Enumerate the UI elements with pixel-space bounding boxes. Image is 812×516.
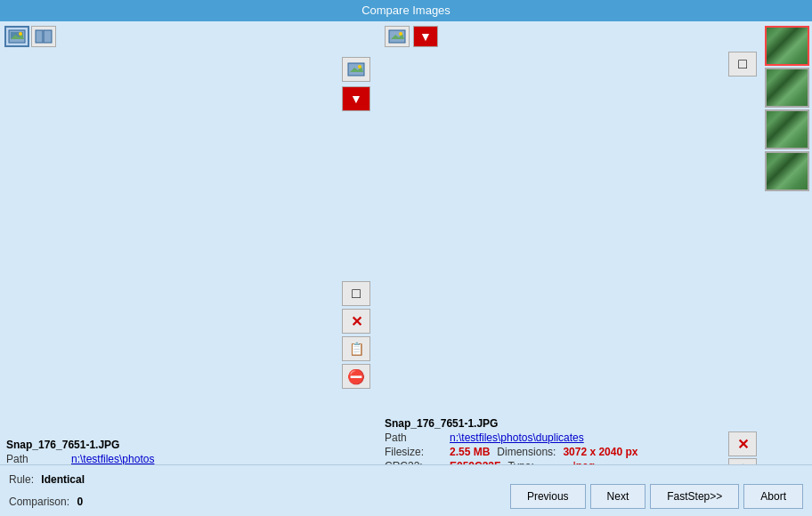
right-path-row: Path n:\testfiles\photos\duplicates: [385, 431, 724, 444]
center-restore-left-btn[interactable]: □: [342, 281, 370, 306]
abort-button[interactable]: Abort: [743, 484, 803, 509]
center-controls: ▼ □ ✕ 📋 ⛔: [329, 21, 383, 516]
left-view-btn1[interactable]: [4, 26, 29, 47]
right-down-btn-top[interactable]: ▼: [413, 26, 438, 47]
copy-icon-left: 📋: [349, 342, 364, 356]
thumb-img-4: [767, 153, 808, 189]
bottom-bar: Rule: Identical Comparison: 0 Previous N…: [0, 464, 812, 516]
comparison-label: Comparison:: [9, 496, 69, 508]
left-path-label: Path: [6, 453, 64, 465]
center-copy-left-btn[interactable]: 📋: [342, 336, 370, 361]
title-bar: Compare Images: [0, 0, 812, 21]
right-filename: Snap_176_7651-1.JPG: [385, 417, 724, 430]
svg-point-3: [19, 32, 22, 36]
right-delete-btn[interactable]: ✕: [728, 431, 757, 456]
rule-value: Identical: [41, 473, 85, 486]
svg-rect-5: [44, 30, 52, 43]
right-image-container: □ jpeg - 3072 x 2040 px (~11.36%): [383, 50, 759, 414]
left-top-buttons: [4, 26, 325, 47]
left-view-btn2[interactable]: [31, 26, 56, 47]
center-img-icon1: [347, 62, 365, 77]
previous-button[interactable]: Previous: [510, 484, 586, 509]
thumbnail-1[interactable]: [765, 26, 809, 66]
center-view-btn1[interactable]: [342, 57, 370, 82]
right-panel: ▼ □ jpeg - 3072 x 2040 px (~11.36%) Snap…: [383, 21, 763, 516]
svg-rect-4: [36, 30, 43, 43]
left-path-row: Path n:\testfiles\photos: [6, 453, 323, 465]
no-icon: ⛔: [347, 368, 365, 385]
right-path-value[interactable]: n:\testfiles\photos\duplicates: [450, 431, 584, 444]
right-dim-label: Dimensions:: [497, 446, 556, 458]
next-button[interactable]: Next: [590, 484, 646, 509]
x-icon-left: ✕: [351, 313, 362, 330]
comparison-section: Comparison: 0: [9, 496, 83, 508]
comparison-value: 0: [77, 496, 83, 508]
right-filesize-row: Filesize: 2.55 MB Dimensions: 3072 x 204…: [385, 446, 724, 458]
right-restore-btn[interactable]: □: [728, 52, 757, 77]
right-filesize-label: Filesize:: [385, 446, 443, 458]
right-path-label: Path: [385, 431, 443, 444]
right-filesize-value: 2.55 MB: [450, 446, 490, 458]
thumbnail-3[interactable]: [765, 109, 809, 149]
rule-label: Rule:: [9, 473, 34, 486]
thumbnail-2[interactable]: [765, 68, 809, 108]
left-path-value[interactable]: n:\testfiles\photos: [71, 453, 154, 465]
thumbnails-panel: [763, 21, 812, 516]
window-title: Compare Images: [361, 4, 451, 17]
nav-button-group: Previous Next FastStep>> Abort: [510, 484, 803, 509]
svg-point-8: [358, 65, 361, 69]
center-down-btn[interactable]: ▼: [342, 86, 370, 111]
right-dim-value: 3072 x 2040 px: [563, 446, 637, 458]
center-delete-left-btn[interactable]: ✕: [342, 309, 370, 334]
right-view-btn1[interactable]: [385, 26, 410, 47]
thumb-img-1: [767, 28, 808, 64]
right-img-icon1: [388, 29, 406, 44]
faststep-button[interactable]: FastStep>>: [650, 484, 739, 509]
thumb-img-3: [767, 111, 808, 148]
right-top-buttons: ▼: [383, 26, 759, 47]
center-no-btn[interactable]: ⛔: [342, 364, 370, 389]
thumbnail-4[interactable]: [765, 151, 809, 191]
svg-point-11: [399, 32, 402, 36]
rule-row: Rule: Identical: [9, 473, 85, 486]
thumb-img-2: [767, 69, 808, 106]
image-icon: [8, 29, 26, 44]
x-icon-right: ✕: [737, 436, 749, 453]
left-panel: jpeg - 3072 x 2040 px (~11.36%) Snap_176…: [0, 21, 329, 516]
left-image-container: jpeg - 3072 x 2040 px (~11.36%): [4, 50, 325, 435]
left-filename: Snap_176_7651-1.JPG: [6, 439, 323, 451]
image-split-icon: [35, 29, 53, 44]
